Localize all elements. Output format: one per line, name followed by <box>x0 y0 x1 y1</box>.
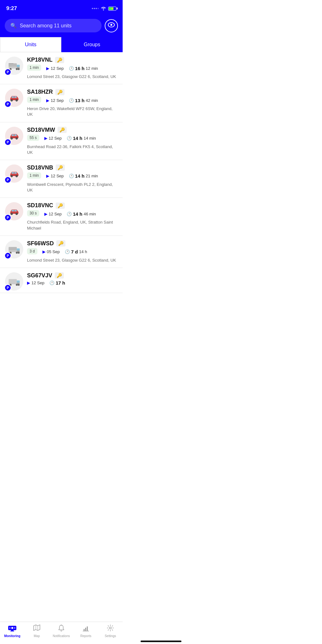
avatar: P <box>5 127 23 145</box>
list-item[interactable]: P SG67VJV 🔑 ▶ 12 Sep 🕐 17 h <box>0 268 123 293</box>
parking-badge: P <box>4 252 11 259</box>
unit-details: SD18VMW 🔑 55 s ▶ 12 Sep 🕐 14 h 14 min Bu… <box>27 127 118 155</box>
svg-point-22 <box>11 138 12 139</box>
status-icons: ⚡ <box>92 6 116 11</box>
unit-minutes: 14 min <box>84 136 96 141</box>
svg-point-43 <box>18 252 19 253</box>
unit-date: 12 Sep <box>31 280 44 285</box>
parking-badge: P <box>4 176 11 183</box>
search-container: 🔍 Search among 11 units <box>0 16 123 37</box>
svg-rect-33 <box>14 210 17 212</box>
unit-date: 12 Sep <box>51 98 64 103</box>
unit-name: SD18VMW <box>27 127 55 133</box>
avatar: P <box>5 164 23 183</box>
unit-minutes: 42 min <box>86 98 98 103</box>
key-icon: 🔑 <box>56 203 65 209</box>
duration-badge: 1 min <box>27 64 41 71</box>
svg-rect-25 <box>12 172 14 174</box>
clock-icon: 🕐 <box>65 249 70 254</box>
svg-point-15 <box>11 100 12 101</box>
unit-details: SF66WSD 🔑 3 d ▶ 05 Sep 🕐 7 d 14 h Lomond… <box>27 240 118 263</box>
eye-button[interactable] <box>105 19 118 32</box>
svg-point-7 <box>18 68 19 70</box>
unit-hours: 14 h <box>75 173 85 179</box>
list-item[interactable]: P SD18VNC 🔑 30 s ▶ 12 Sep 🕐 14 h 46 min … <box>0 198 123 236</box>
search-box[interactable]: 🔍 Search among 11 units <box>5 19 102 32</box>
signal-icon <box>92 8 99 9</box>
battery-icon: ⚡ <box>108 7 116 11</box>
duration-badge: 1 min <box>27 97 41 103</box>
svg-rect-19 <box>14 134 17 136</box>
svg-point-29 <box>11 176 12 177</box>
avatar: P <box>5 202 23 220</box>
unit-date: 05 Sep <box>47 249 60 254</box>
unit-hours: 13 h <box>75 98 85 103</box>
list-item[interactable]: P SD18VNB 🔑 1 min ▶ 12 Sep 🕐 14 h 21 min… <box>0 160 123 198</box>
unit-name: KP18VNL <box>27 57 53 63</box>
unit-details: SD18VNB 🔑 1 min ▶ 12 Sep 🕐 14 h 21 min W… <box>27 164 118 193</box>
svg-rect-3 <box>9 63 17 67</box>
play-icon: ▶ <box>46 174 49 178</box>
svg-point-49 <box>18 284 19 286</box>
svg-point-37 <box>16 214 17 214</box>
list-item[interactable]: P SA18HZR 🔑 1 min ▶ 12 Sep 🕐 13 h 42 min… <box>0 84 123 122</box>
key-icon: 🔑 <box>56 164 65 171</box>
play-icon: ▶ <box>42 249 46 254</box>
tab-units[interactable]: Units <box>0 37 61 52</box>
duration-badge: 30 s <box>27 210 39 216</box>
unit-name: SG67VJV <box>27 272 52 279</box>
play-icon: ▶ <box>46 66 49 71</box>
unit-name: SD18VNC <box>27 202 53 209</box>
key-icon: 🔑 <box>58 127 67 133</box>
unit-name: SA18HZR <box>27 89 53 95</box>
unit-details: SD18VNC 🔑 30 s ▶ 12 Sep 🕐 14 h 46 min Ch… <box>27 202 118 231</box>
svg-point-30 <box>16 176 17 177</box>
unit-address: Heron Drive 20, Wakefield WF2 6SW, Engla… <box>27 106 118 117</box>
svg-point-42 <box>16 252 18 253</box>
tab-groups[interactable]: Groups <box>61 37 123 52</box>
status-bar: 9:27 ⚡ <box>0 0 123 16</box>
clock-icon: 🕐 <box>49 280 54 285</box>
svg-rect-12 <box>14 97 17 98</box>
svg-rect-9 <box>9 63 14 64</box>
unit-name: SD18VNB <box>27 164 53 171</box>
svg-point-16 <box>16 100 17 101</box>
unit-minutes: 12 min <box>86 66 98 71</box>
list-item[interactable]: P SD18VMW 🔑 55 s ▶ 12 Sep 🕐 14 h 14 min … <box>0 122 123 160</box>
svg-point-6 <box>16 68 18 70</box>
svg-rect-50 <box>17 280 19 283</box>
play-icon: ▶ <box>46 98 49 103</box>
unit-date: 12 Sep <box>49 212 62 216</box>
avatar: P <box>5 272 23 291</box>
duration-badge: 1 min <box>27 172 41 179</box>
unit-address: Burnhead Road 22-36, Falkirk FK5 4, Scot… <box>27 144 118 155</box>
svg-point-36 <box>11 214 12 214</box>
avatar: P <box>5 57 23 75</box>
unit-details: KP18VNL 🔑 1 min ▶ 12 Sep 🕐 16 h 12 min L… <box>27 57 118 80</box>
parking-badge: P <box>4 69 11 75</box>
unit-address: Churchfields Road, England, UK, Stratton… <box>27 219 118 231</box>
key-icon: 🔑 <box>56 240 65 247</box>
list-item[interactable]: P SF66WSD 🔑 3 d ▶ 05 Sep 🕐 7 d 14 h Lomo… <box>0 236 123 268</box>
wifi-icon <box>101 6 106 11</box>
duration-badge: 55 s <box>27 135 39 141</box>
unit-details: SG67VJV 🔑 ▶ 12 Sep 🕐 17 h <box>27 272 118 287</box>
unit-hours: 14 h <box>73 211 82 217</box>
svg-point-23 <box>16 138 17 139</box>
tabs: Units Groups <box>0 37 123 52</box>
clock-icon: 🕐 <box>67 212 72 216</box>
unit-address: Lomond Street 23, Glasgow G22 6, Scotlan… <box>27 258 118 263</box>
eye-icon <box>108 22 115 29</box>
unit-address: Wombwell Crescent, Plymouth PL2 2, Engla… <box>27 182 118 193</box>
list-item[interactable]: P KP18VNL 🔑 1 min ▶ 12 Sep 🕐 16 h 12 min… <box>0 52 123 84</box>
svg-rect-44 <box>17 248 19 251</box>
parking-badge: P <box>4 214 11 221</box>
parking-badge: P <box>4 139 11 146</box>
svg-rect-39 <box>9 247 17 250</box>
avatar: P <box>5 240 23 258</box>
unit-hours: 7 d <box>71 249 78 254</box>
svg-point-48 <box>16 284 18 286</box>
play-icon: ▶ <box>44 136 47 141</box>
search-icon: 🔍 <box>10 23 17 29</box>
unit-hours: 16 h <box>75 66 85 71</box>
